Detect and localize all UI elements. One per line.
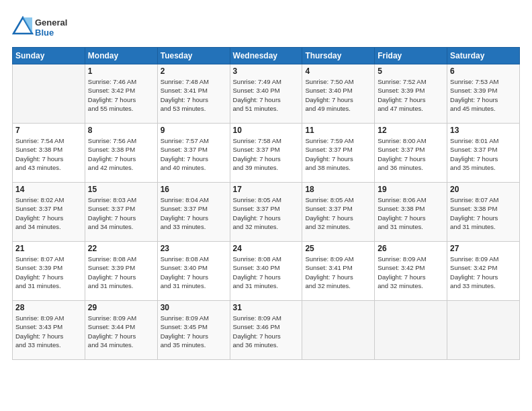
day-number: 27: [450, 244, 517, 253]
day-number: 31: [233, 303, 300, 312]
day-info: Sunrise: 8:07 AMSunset: 3:39 PMDaylight:…: [15, 255, 82, 290]
day-number: 25: [305, 244, 371, 253]
day-info: Sunrise: 7:49 AMSunset: 3:40 PMDaylight:…: [233, 77, 300, 113]
day-info: Sunrise: 8:09 AMSunset: 3:42 PMDaylight:…: [378, 255, 444, 290]
day-number: 19: [378, 185, 444, 194]
day-info: Sunrise: 8:00 AMSunset: 3:37 PMDaylight:…: [378, 136, 444, 172]
day-number: 3: [233, 66, 300, 76]
day-info: Sunrise: 7:56 AMSunset: 3:38 PMDaylight:…: [88, 136, 154, 172]
calendar-week-1: 1Sunrise: 7:46 AMSunset: 3:42 PMDaylight…: [13, 64, 520, 124]
calendar-cell: [447, 301, 520, 360]
calendar-week-5: 28Sunrise: 8:09 AMSunset: 3:43 PMDayligh…: [13, 301, 520, 360]
calendar-cell: 31Sunrise: 8:09 AMSunset: 3:46 PMDayligh…: [230, 301, 302, 360]
day-info: Sunrise: 8:05 AMSunset: 3:37 PMDaylight:…: [233, 195, 300, 231]
calendar-header-friday: Friday: [375, 48, 447, 64]
day-info: Sunrise: 8:01 AMSunset: 3:37 PMDaylight:…: [450, 136, 517, 172]
day-number: 12: [378, 126, 444, 135]
calendar-cell: 17Sunrise: 8:05 AMSunset: 3:37 PMDayligh…: [230, 183, 302, 242]
day-number: 11: [305, 126, 371, 135]
calendar-cell: 9Sunrise: 7:57 AMSunset: 3:37 PMDaylight…: [157, 124, 230, 183]
calendar-cell: 27Sunrise: 8:09 AMSunset: 3:42 PMDayligh…: [447, 242, 520, 301]
calendar-cell: 29Sunrise: 8:09 AMSunset: 3:44 PMDayligh…: [85, 301, 157, 360]
day-number: 7: [15, 126, 82, 135]
day-number: 8: [88, 126, 154, 135]
calendar-cell: 25Sunrise: 8:09 AMSunset: 3:41 PMDayligh…: [302, 242, 375, 301]
day-info: Sunrise: 8:09 AMSunset: 3:43 PMDaylight:…: [15, 314, 82, 349]
day-info: Sunrise: 7:48 AMSunset: 3:41 PMDaylight:…: [161, 77, 227, 113]
calendar-header-monday: Monday: [85, 48, 157, 64]
day-number: 29: [88, 303, 154, 312]
day-number: 17: [233, 185, 300, 194]
day-number: 15: [88, 185, 154, 194]
day-info: Sunrise: 7:54 AMSunset: 3:38 PMDaylight:…: [15, 136, 82, 172]
day-info: Sunrise: 8:06 AMSunset: 3:38 PMDaylight:…: [378, 195, 444, 231]
day-info: Sunrise: 8:08 AMSunset: 3:39 PMDaylight:…: [88, 255, 154, 290]
calendar-cell: 15Sunrise: 8:03 AMSunset: 3:37 PMDayligh…: [85, 183, 157, 242]
day-info: Sunrise: 7:58 AMSunset: 3:37 PMDaylight:…: [233, 136, 300, 172]
day-number: 21: [15, 244, 82, 253]
day-number: 28: [15, 303, 82, 312]
day-info: Sunrise: 8:09 AMSunset: 3:45 PMDaylight:…: [161, 314, 227, 349]
calendar-cell: [13, 64, 85, 124]
calendar-week-3: 14Sunrise: 8:02 AMSunset: 3:37 PMDayligh…: [13, 183, 520, 242]
day-number: 13: [450, 126, 517, 135]
calendar-header-saturday: Saturday: [447, 48, 520, 64]
day-number: 10: [233, 126, 300, 135]
calendar-header-sunday: Sunday: [13, 48, 85, 64]
calendar-cell: 18Sunrise: 8:05 AMSunset: 3:37 PMDayligh…: [302, 183, 375, 242]
calendar-cell: [302, 301, 375, 360]
calendar-week-4: 21Sunrise: 8:07 AMSunset: 3:39 PMDayligh…: [13, 242, 520, 301]
day-info: Sunrise: 8:02 AMSunset: 3:37 PMDaylight:…: [15, 195, 82, 231]
day-info: Sunrise: 8:07 AMSunset: 3:38 PMDaylight:…: [450, 195, 517, 231]
calendar-cell: [375, 301, 447, 360]
calendar-cell: 21Sunrise: 8:07 AMSunset: 3:39 PMDayligh…: [13, 242, 85, 301]
day-info: Sunrise: 8:03 AMSunset: 3:37 PMDaylight:…: [88, 195, 154, 231]
calendar-cell: 30Sunrise: 8:09 AMSunset: 3:45 PMDayligh…: [157, 301, 230, 360]
day-info: Sunrise: 7:53 AMSunset: 3:39 PMDaylight:…: [450, 77, 517, 113]
calendar-cell: 7Sunrise: 7:54 AMSunset: 3:38 PMDaylight…: [13, 124, 85, 183]
header: General Blue: [12, 12, 520, 42]
calendar-cell: 3Sunrise: 7:49 AMSunset: 3:40 PMDaylight…: [230, 64, 302, 124]
calendar-cell: 24Sunrise: 8:08 AMSunset: 3:40 PMDayligh…: [230, 242, 302, 301]
day-number: 24: [233, 244, 300, 253]
calendar-cell: 4Sunrise: 7:50 AMSunset: 3:40 PMDaylight…: [302, 64, 375, 124]
calendar-header-thursday: Thursday: [302, 48, 375, 64]
calendar-cell: 10Sunrise: 7:58 AMSunset: 3:37 PMDayligh…: [230, 124, 302, 183]
calendar-cell: 16Sunrise: 8:04 AMSunset: 3:37 PMDayligh…: [157, 183, 230, 242]
day-number: 2: [161, 66, 227, 76]
day-number: 14: [15, 185, 82, 194]
day-info: Sunrise: 8:09 AMSunset: 3:44 PMDaylight:…: [88, 314, 154, 349]
day-number: 4: [305, 66, 371, 76]
calendar-cell: 14Sunrise: 8:02 AMSunset: 3:37 PMDayligh…: [13, 183, 85, 242]
calendar-cell: 28Sunrise: 8:09 AMSunset: 3:43 PMDayligh…: [13, 301, 85, 360]
calendar-table: SundayMondayTuesdayWednesdayThursdayFrid…: [12, 47, 520, 360]
logo-svg: General Blue: [12, 12, 86, 39]
calendar-cell: 5Sunrise: 7:52 AMSunset: 3:39 PMDaylight…: [375, 64, 447, 124]
calendar-cell: 1Sunrise: 7:46 AMSunset: 3:42 PMDaylight…: [85, 64, 157, 124]
svg-text:Blue: Blue: [35, 28, 54, 38]
day-number: 9: [161, 126, 227, 135]
calendar-cell: 2Sunrise: 7:48 AMSunset: 3:41 PMDaylight…: [157, 64, 230, 124]
calendar-week-2: 7Sunrise: 7:54 AMSunset: 3:38 PMDaylight…: [13, 124, 520, 183]
day-info: Sunrise: 8:05 AMSunset: 3:37 PMDaylight:…: [305, 195, 371, 231]
calendar-cell: 8Sunrise: 7:56 AMSunset: 3:38 PMDaylight…: [85, 124, 157, 183]
day-info: Sunrise: 8:09 AMSunset: 3:46 PMDaylight:…: [233, 314, 300, 349]
day-info: Sunrise: 7:50 AMSunset: 3:40 PMDaylight:…: [305, 77, 371, 113]
day-number: 5: [378, 66, 444, 76]
day-number: 23: [161, 244, 227, 253]
calendar-header-row: SundayMondayTuesdayWednesdayThursdayFrid…: [13, 48, 520, 64]
calendar-cell: 6Sunrise: 7:53 AMSunset: 3:39 PMDaylight…: [447, 64, 520, 124]
calendar-header-tuesday: Tuesday: [157, 48, 230, 64]
calendar-cell: 26Sunrise: 8:09 AMSunset: 3:42 PMDayligh…: [375, 242, 447, 301]
calendar-cell: 20Sunrise: 8:07 AMSunset: 3:38 PMDayligh…: [447, 183, 520, 242]
calendar-header-wednesday: Wednesday: [230, 48, 302, 64]
day-number: 1: [88, 66, 154, 76]
day-number: 18: [305, 185, 371, 194]
day-info: Sunrise: 8:09 AMSunset: 3:41 PMDaylight:…: [305, 255, 371, 290]
day-number: 30: [161, 303, 227, 312]
day-number: 22: [88, 244, 154, 253]
day-info: Sunrise: 7:52 AMSunset: 3:39 PMDaylight:…: [378, 77, 444, 113]
day-number: 20: [450, 185, 517, 194]
calendar-cell: 13Sunrise: 8:01 AMSunset: 3:37 PMDayligh…: [447, 124, 520, 183]
day-number: 6: [450, 66, 517, 76]
